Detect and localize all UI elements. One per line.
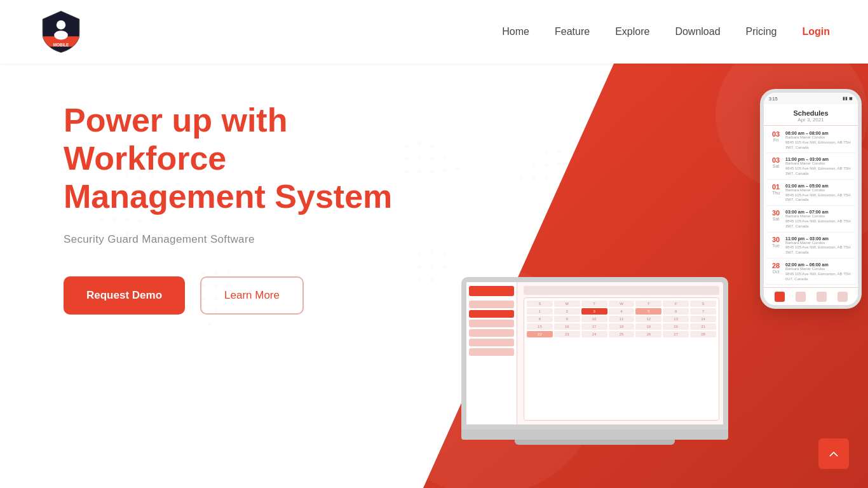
cal-cell: 28 xyxy=(690,331,716,337)
cal-cell: 8 xyxy=(527,316,553,322)
nav-link-feature[interactable]: Feature xyxy=(555,26,590,37)
sidebar-logo-area xyxy=(469,286,514,296)
cal-cell: 19 xyxy=(635,323,661,330)
schedule-day-num: 03 xyxy=(772,131,780,138)
schedule-day-name: Oct xyxy=(773,269,780,274)
schedule-location: Barbara Maner Condos9845 105 Ave NW, Edm… xyxy=(785,241,853,255)
cal-cell: T xyxy=(635,301,661,307)
schedule-day-name: Sat xyxy=(773,217,780,221)
hero-title: Power up with Workforce Management Syste… xyxy=(64,102,407,215)
dashboard-sidebar xyxy=(466,282,517,424)
sidebar-item-3 xyxy=(469,320,514,327)
svg-text:MOBILE: MOBILE xyxy=(53,43,69,47)
schedule-date: Apr 3, 2021 xyxy=(769,117,853,123)
nav-item-pricing[interactable]: Pricing xyxy=(746,26,777,37)
nav-link-explore[interactable]: Explore xyxy=(615,26,649,37)
schedule-day-num: 30 xyxy=(772,210,780,217)
cal-cell: 21 xyxy=(690,323,716,330)
svg-point-78 xyxy=(208,322,212,326)
schedule-location: Barbara Maner Condos9845 105 Ave NW, Edm… xyxy=(785,161,853,176)
nav-item-explore[interactable]: Explore xyxy=(615,26,649,37)
logo: MOBILE xyxy=(38,9,84,55)
schedule-day-name: Thu xyxy=(772,191,780,195)
schedule-info: 11:00 pm – 03:00 am Barbara Maner Condos… xyxy=(785,157,853,176)
cal-cell: 24 xyxy=(581,331,607,337)
schedule-time: 03:00 am – 07:00 am xyxy=(785,210,853,214)
schedule-item: 30 Sat 03:00 am – 07:00 am Barbara Maner… xyxy=(766,207,855,232)
schedule-info: 01:00 am – 05:00 am Barbara Maner Condos… xyxy=(785,184,853,203)
nav-link-pricing[interactable]: Pricing xyxy=(746,26,777,37)
nav-link-download[interactable]: Download xyxy=(675,26,720,37)
schedule-item: 30 Tue 11:00 pm – 03:00 am Barbara Maner… xyxy=(766,234,855,259)
schedule-info: 03:00 am – 07:00 am Barbara Maner Condos… xyxy=(785,210,853,229)
nav-icon-report xyxy=(837,292,848,302)
cal-cell: S xyxy=(527,301,553,307)
svg-point-63 xyxy=(417,265,421,269)
sidebar-item-1 xyxy=(469,301,514,308)
schedule-location: Barbara Maner Condos9845 105 Ave NW, Edm… xyxy=(785,267,853,281)
laptop-mockup: S M T W T F S 1 2 3 4 5 6 xyxy=(461,277,728,445)
nav-link-login[interactable]: Login xyxy=(802,26,830,37)
schedule-day-name: Fri xyxy=(773,138,778,142)
schedule-date-col: 30 Sat xyxy=(769,210,783,229)
laptop-stand xyxy=(515,440,675,445)
dashboard-topbar xyxy=(524,286,719,295)
cal-cell: 20 xyxy=(663,323,689,330)
schedule-day-num: 01 xyxy=(772,184,780,191)
devices-mockup: S M T W T F S 1 2 3 4 5 6 xyxy=(436,76,868,483)
nav-item-feature[interactable]: Feature xyxy=(555,26,590,37)
cal-cell: 12 xyxy=(635,316,661,322)
svg-point-40 xyxy=(417,170,421,173)
cal-cell: 13 xyxy=(663,316,689,322)
dashboard-calendar: S M T W T F S 1 2 3 4 5 6 xyxy=(524,297,719,421)
schedule-date-col: 01 Thu xyxy=(769,184,783,203)
phone-icons: ▮▮ ◼ xyxy=(843,96,853,101)
svg-point-60 xyxy=(417,252,421,256)
nav-item-login[interactable]: Login xyxy=(802,26,830,37)
schedule-date-col: 30 Tue xyxy=(769,236,783,255)
phone-bottom-nav xyxy=(764,287,858,305)
learn-more-button[interactable]: Learn More xyxy=(200,276,304,315)
svg-point-66 xyxy=(417,278,421,281)
laptop-base xyxy=(461,430,728,440)
schedule-title: Schedules xyxy=(769,109,853,117)
schedule-item: 28 Oct 02:00 am – 06:00 am Barbara Maner… xyxy=(766,260,855,285)
scroll-to-top-button[interactable] xyxy=(818,438,849,469)
laptop-screen: S M T W T F S 1 2 3 4 5 6 xyxy=(461,277,728,430)
nav-item-download[interactable]: Download xyxy=(675,26,720,37)
cal-cell: 9 xyxy=(554,316,580,322)
phone-mockup: 3:15 ▮▮ ◼ Schedules Apr 3, 2021 03 Fri 0… xyxy=(760,89,862,309)
nav-item-home[interactable]: Home xyxy=(502,26,529,37)
cal-cell: 18 xyxy=(609,323,635,330)
schedule-info: 11:00 pm – 03:00 am Barbara Maner Condos… xyxy=(785,236,853,255)
schedule-item: 03 Fri 06:00 am – 08:00 am Barbara Maner… xyxy=(766,128,855,153)
schedule-day-num: 30 xyxy=(772,236,780,243)
cal-cell: 2 xyxy=(554,308,580,315)
hero-section: /* dots generated inline below */ xyxy=(0,64,868,488)
sidebar-item-2 xyxy=(469,310,514,318)
phone-time: 3:15 xyxy=(769,97,778,101)
cal-cell: 6 xyxy=(663,308,689,315)
cal-cell: T xyxy=(581,301,607,307)
svg-point-1 xyxy=(57,20,65,29)
request-demo-button[interactable]: Request Demo xyxy=(64,276,185,315)
nav-link-home[interactable]: Home xyxy=(502,26,529,37)
cal-cell: 4 xyxy=(609,308,635,315)
cal-cell: 26 xyxy=(635,331,661,337)
logo-icon: MOBILE xyxy=(38,9,84,55)
cal-cell: M xyxy=(554,301,580,307)
schedule-item: 03 Sat 11:00 pm – 03:00 am Barbara Maner… xyxy=(766,154,855,179)
svg-point-36 xyxy=(417,156,421,159)
schedule-day-name: Sat xyxy=(773,164,780,168)
nav-icon-schedule xyxy=(796,292,806,302)
sidebar-item-6 xyxy=(469,348,514,356)
hero-subtitle: Security Guard Management Software xyxy=(64,233,407,246)
cal-cell: 1 xyxy=(527,308,553,315)
schedule-day-num: 28 xyxy=(772,262,780,269)
cal-cell: S xyxy=(690,301,716,307)
schedule-date-col: 28 Oct xyxy=(769,262,783,281)
cal-cell: W xyxy=(609,301,635,307)
schedule-date-col: 03 Fri xyxy=(769,131,783,150)
schedule-time: 11:00 pm – 03:00 am xyxy=(785,236,853,241)
schedule-item: 01 Thu 01:00 am – 05:00 am Barbara Maner… xyxy=(766,181,855,206)
